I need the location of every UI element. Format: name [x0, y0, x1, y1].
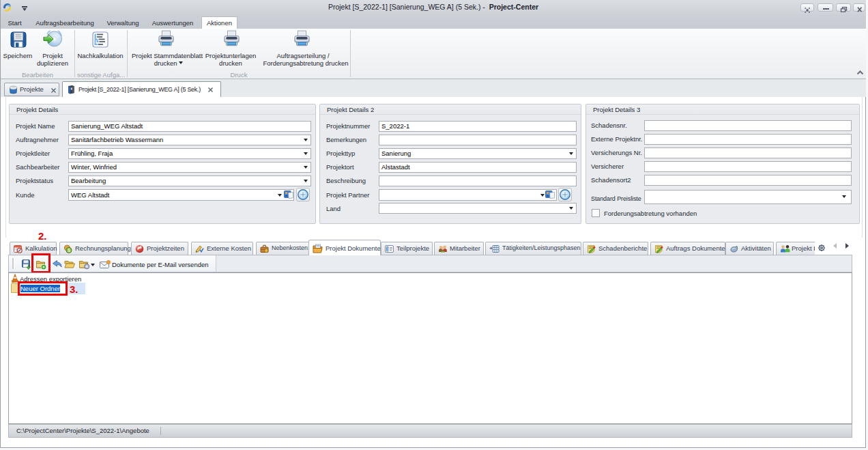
svg-text:1: 1 [386, 247, 389, 251]
